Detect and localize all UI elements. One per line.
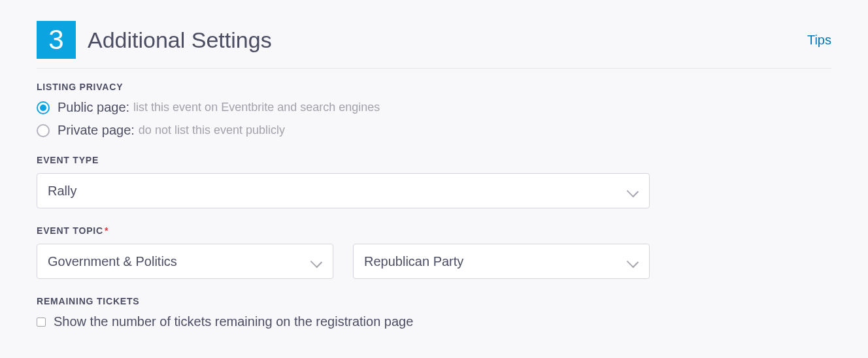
additional-settings-section: 3 Additional Settings Tips LISTING PRIVA…	[0, 0, 868, 329]
radio-icon	[37, 101, 50, 114]
event-topic-secondary-select[interactable]: Republican Party	[353, 244, 650, 279]
event-type-block: EVENT TYPE Rally	[37, 155, 831, 208]
listing-privacy-label: LISTING PRIVACY	[37, 82, 831, 92]
remaining-tickets-checkbox-label: Show the number of tickets remaining on …	[54, 314, 413, 329]
listing-privacy-block: LISTING PRIVACY Public page: list this e…	[37, 82, 831, 138]
required-indicator: *	[105, 225, 108, 236]
chevron-down-icon	[627, 185, 639, 197]
private-page-radio[interactable]: Private page: do not list this event pub…	[37, 123, 831, 138]
remaining-tickets-checkbox[interactable]: Show the number of tickets remaining on …	[37, 314, 831, 329]
checkbox-icon	[37, 317, 46, 327]
chevron-down-icon	[310, 255, 322, 267]
event-topic-block: EVENT TOPIC* Government & Politics Repub…	[37, 225, 831, 279]
private-page-desc: do not list this event publicly	[139, 123, 285, 137]
step-number-badge: 3	[37, 21, 76, 59]
public-page-title: Public page:	[58, 100, 129, 115]
chevron-down-icon	[627, 255, 639, 267]
event-topic-label-text: EVENT TOPIC	[37, 225, 103, 236]
public-page-radio[interactable]: Public page: list this event on Eventbri…	[37, 100, 831, 115]
tips-link[interactable]: Tips	[807, 33, 831, 48]
section-title: Additional Settings	[88, 27, 807, 53]
event-topic-selects: Government & Politics Republican Party	[37, 244, 831, 279]
remaining-tickets-block: REMAINING TICKETS Show the number of tic…	[37, 296, 831, 329]
event-topic-secondary-value: Republican Party	[364, 254, 627, 269]
remaining-tickets-label: REMAINING TICKETS	[37, 296, 831, 306]
event-type-label: EVENT TYPE	[37, 155, 831, 165]
event-type-value: Rally	[48, 184, 627, 199]
event-topic-primary-value: Government & Politics	[48, 254, 310, 269]
event-topic-label: EVENT TOPIC*	[37, 225, 831, 236]
section-header: 3 Additional Settings Tips	[37, 21, 831, 69]
radio-icon	[37, 124, 50, 137]
event-topic-primary-select[interactable]: Government & Politics	[37, 244, 333, 279]
public-page-desc: list this event on Eventbrite and search…	[133, 101, 380, 114]
private-page-title: Private page:	[58, 123, 135, 138]
event-type-select[interactable]: Rally	[37, 173, 650, 208]
